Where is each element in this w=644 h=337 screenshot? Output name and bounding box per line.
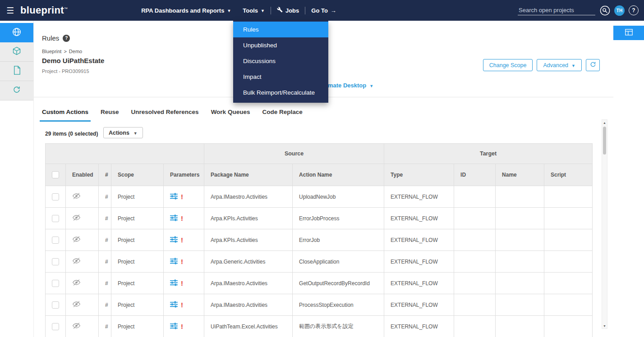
- visibility-off-icon[interactable]: [72, 257, 81, 266]
- menu-item-discussions[interactable]: Discussions: [233, 53, 328, 69]
- panel-toggle-button[interactable]: [613, 26, 644, 40]
- row-checkbox[interactable]: [52, 301, 59, 309]
- table-row: #Project!Arpa.IMaestro.ActivitiesUploadN…: [46, 186, 593, 208]
- topbar: ☰ blueprint™ RPA Dashboards and Reports …: [0, 0, 644, 21]
- row-hash[interactable]: #: [99, 251, 111, 273]
- row-checkbox[interactable]: [52, 258, 59, 265]
- table-row: #Project!Arpa.IMaestro.ActivitiesProcess…: [46, 294, 593, 316]
- parameters-icon[interactable]: [170, 301, 178, 309]
- row-hash[interactable]: #: [99, 316, 111, 337]
- row-hash[interactable]: #: [99, 229, 111, 251]
- refresh-button[interactable]: [586, 59, 600, 71]
- visibility-off-icon[interactable]: [72, 192, 81, 201]
- row-checkbox[interactable]: [52, 323, 59, 330]
- select-all-checkbox[interactable]: [52, 171, 59, 178]
- menu-item-impact[interactable]: Impact: [233, 69, 328, 85]
- parameters-warning-mark: !: [181, 323, 183, 330]
- advanced-button[interactable]: Advanced ▼: [537, 59, 582, 71]
- rail-item-refresh[interactable]: [0, 81, 33, 100]
- nav-rpa-dashboards-label: RPA Dashboards and Reports: [141, 7, 224, 14]
- page-help-icon[interactable]: ?: [63, 35, 70, 42]
- hamburger-menu-icon[interactable]: ☰: [6, 5, 14, 16]
- row-hash[interactable]: #: [99, 186, 111, 208]
- visibility-off-icon[interactable]: [72, 236, 81, 244]
- visibility-off-icon[interactable]: [72, 279, 81, 287]
- rail-item-documents[interactable]: [0, 62, 33, 81]
- menu-item-unpublished[interactable]: Unpublished: [233, 37, 328, 53]
- change-scope-button[interactable]: Change Scope: [483, 59, 533, 71]
- parameters-warning-mark: !: [181, 193, 183, 200]
- scrollbar-thumb[interactable]: [603, 127, 606, 155]
- topbar-right: TH ?: [518, 5, 639, 16]
- breadcrumb-current[interactable]: Demo: [69, 49, 82, 54]
- row-checkbox[interactable]: [52, 237, 59, 244]
- help-icon[interactable]: ?: [629, 5, 639, 15]
- visibility-off-icon[interactable]: [72, 301, 81, 309]
- tab-work-queues[interactable]: Work Queues: [209, 106, 253, 122]
- row-checkbox[interactable]: [52, 280, 59, 287]
- row-name: [496, 294, 544, 316]
- search-input[interactable]: [518, 5, 595, 15]
- page-title: Rules: [42, 34, 59, 42]
- row-action-name: 範囲の表示形式を設定: [293, 316, 384, 337]
- menu-item-rules[interactable]: Rules: [233, 22, 328, 37]
- desktop-view-link-label: mate Desktop: [328, 82, 366, 89]
- search-icon[interactable]: [599, 5, 610, 16]
- parameters-icon[interactable]: [170, 193, 178, 201]
- visibility-off-icon[interactable]: [72, 322, 81, 331]
- col-header-hash: #: [99, 164, 111, 186]
- col-header-type: Type: [384, 164, 454, 186]
- group-header-empty: [46, 144, 204, 164]
- parameters-icon[interactable]: [170, 236, 178, 244]
- row-type: EXTERNAL_FLOW: [384, 294, 454, 316]
- row-id: [454, 186, 496, 208]
- actions-button[interactable]: Actions ▼: [103, 127, 143, 138]
- tab-unresolved-references[interactable]: Unresolved References: [129, 106, 201, 122]
- scroll-down-arrow[interactable]: ▼: [602, 323, 607, 328]
- breadcrumb-home[interactable]: Blueprint: [42, 49, 61, 54]
- rail-item-global[interactable]: [0, 23, 33, 42]
- nav-tools[interactable]: Tools ▼: [237, 0, 271, 21]
- row-action-name: ErrorJobProcess: [293, 208, 384, 229]
- row-hash[interactable]: #: [99, 294, 111, 316]
- change-scope-label: Change Scope: [489, 62, 527, 68]
- row-script: [544, 316, 593, 337]
- project-id: Project - PRO309915: [42, 68, 89, 74]
- parameters-icon[interactable]: [170, 214, 178, 223]
- table-row: #Project!Arpa.KPIs.ActivitiesErrorJobEXT…: [46, 229, 593, 251]
- row-checkbox[interactable]: [52, 193, 59, 200]
- advanced-label: Advanced: [543, 62, 568, 68]
- parameters-warning-mark: !: [181, 258, 183, 265]
- menu-item-bulk-reimport[interactable]: Bulk Reimport/Recalculate: [233, 85, 328, 100]
- desktop-view-link[interactable]: mate Desktop ▼: [328, 82, 373, 89]
- parameters-icon[interactable]: [170, 258, 178, 266]
- parameters-icon[interactable]: [170, 323, 178, 331]
- row-script: [544, 273, 593, 294]
- nav-jobs-label: Jobs: [285, 7, 299, 14]
- user-avatar[interactable]: TH: [614, 5, 625, 16]
- tab-custom-actions[interactable]: Custom Actions: [40, 106, 91, 122]
- row-name: [496, 251, 544, 273]
- parameters-icon[interactable]: [170, 279, 178, 287]
- tab-code-replace[interactable]: Code Replace: [260, 106, 304, 122]
- nav-rpa-dashboards[interactable]: RPA Dashboards and Reports ▼: [135, 0, 237, 21]
- col-header-package-name: Package Name: [204, 164, 293, 186]
- tab-reuse[interactable]: Reuse: [98, 106, 121, 122]
- actions-button-label: Actions: [109, 130, 129, 136]
- parameters-warning-mark: !: [181, 236, 183, 244]
- row-hash[interactable]: #: [99, 273, 111, 294]
- scroll-up-arrow[interactable]: ▲: [602, 120, 607, 125]
- nav-goto[interactable]: Go To →: [305, 0, 342, 21]
- table-row: #Project!UiPathTeam.Excel.Activities範囲の表…: [46, 316, 593, 337]
- row-package-name: Arpa.Generic.Activities: [204, 251, 293, 273]
- row-hash[interactable]: #: [99, 208, 111, 229]
- row-type: EXTERNAL_FLOW: [384, 229, 454, 251]
- rail-item-packages[interactable]: [0, 42, 33, 62]
- row-checkbox[interactable]: [52, 215, 59, 222]
- vertical-scrollbar[interactable]: ▲ ▼: [602, 119, 607, 329]
- parameters-warning-mark: !: [181, 214, 183, 222]
- col-header-enabled: Enabled: [66, 164, 99, 186]
- nav-jobs[interactable]: Jobs: [271, 0, 305, 21]
- globe-icon: [12, 27, 22, 39]
- visibility-off-icon[interactable]: [72, 214, 81, 223]
